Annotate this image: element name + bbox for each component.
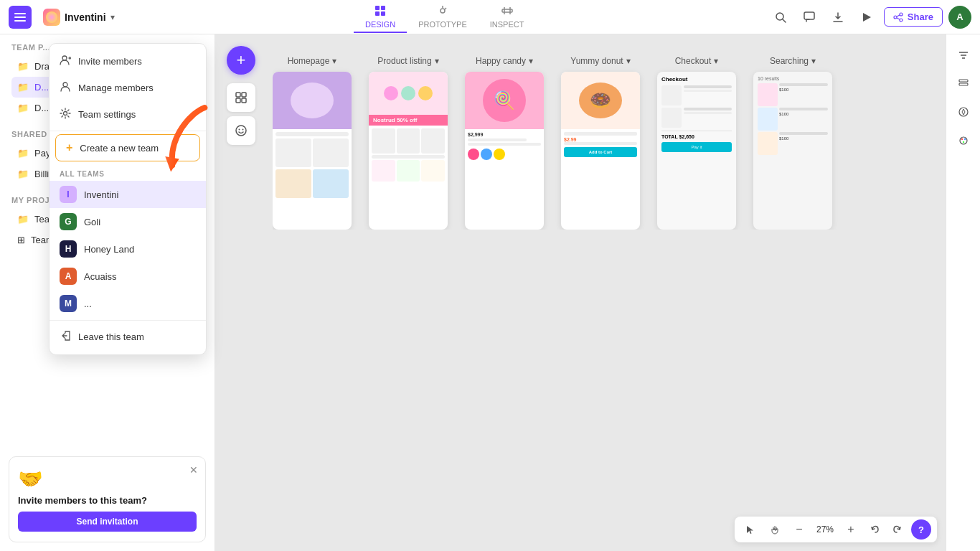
happy-candy-preview[interactable]: 🍭 $2,999 [465, 72, 544, 230]
all-teams-section-label: ALL TEAMS [50, 164, 206, 181]
product-listing-label[interactable]: Product listing ▾ [377, 56, 438, 66]
frame-yummy-donut: Yummy donut ▾ 🍩 $2.99 Add to Cart [561, 56, 640, 230]
dropdown-divider1 [50, 131, 206, 131]
homepage-preview[interactable] [273, 72, 352, 230]
happy-candy-label[interactable]: Happy candy ▾ [476, 56, 533, 66]
svg-rect-26 [236, 98, 240, 103]
invite-members-item[interactable]: Invite members [50, 48, 206, 75]
zoom-out-button[interactable]: − [789, 519, 809, 540]
undo-button[interactable] [865, 519, 885, 540]
hamburger-button[interactable] [9, 6, 32, 29]
search-button[interactable] [769, 6, 792, 29]
create-new-team-label: Create a new team [80, 143, 159, 154]
layers-panel-button[interactable] [952, 72, 975, 95]
checkout-label[interactable]: Checkout ▾ [675, 56, 719, 66]
searching-preview[interactable]: 10 results $100 $100 $100 [753, 72, 832, 230]
searching-label[interactable]: Searching ▾ [770, 56, 816, 66]
team-goli-item[interactable]: G Goli [50, 208, 206, 235]
svg-point-21 [900, 19, 903, 22]
svg-line-23 [897, 18, 900, 19]
canvas-tools [227, 83, 255, 145]
team-selector[interactable]: Inventini ▾ [37, 6, 121, 29]
acuaiss-avatar: A [60, 268, 77, 285]
prototype-icon [436, 4, 449, 19]
invite-banner-close-button[interactable]: ✕ [189, 464, 198, 476]
manage-members-icon [60, 81, 71, 95]
user-avatar[interactable]: A [948, 6, 971, 29]
folder-icon: 📁 [17, 61, 29, 72]
create-new-team-item[interactable]: + Create a new team [55, 134, 200, 161]
svg-rect-0 [14, 13, 26, 14]
svg-rect-24 [236, 93, 240, 97]
svg-point-30 [242, 129, 244, 131]
help-button[interactable]: ? [911, 519, 931, 540]
team-settings-icon [60, 108, 71, 121]
share-button[interactable]: Share [884, 7, 943, 27]
team-inventini-item[interactable]: I Inventini [50, 181, 206, 208]
d2-label: D... [34, 103, 49, 113]
svg-point-38 [961, 138, 962, 140]
palette-panel-button[interactable] [952, 129, 975, 152]
invite-banner-emoji: 🤝 [18, 467, 197, 491]
team-more-item[interactable]: M ... [50, 290, 206, 317]
tab-prototype-label: PROTOTYPE [418, 20, 467, 29]
manage-members-item[interactable]: Manage members [50, 75, 206, 101]
download-button[interactable] [826, 6, 849, 29]
user-initials: A [956, 11, 963, 22]
svg-rect-34 [959, 80, 968, 82]
invite-banner: ✕ 🤝 Invite members to this team? Send in… [9, 456, 206, 542]
zoom-in-button[interactable]: + [841, 519, 861, 540]
nav-tabs: DESIGN PROTOTYPE INSPECT [354, 1, 536, 33]
yummy-donut-label[interactable]: Yummy donut ▾ [570, 56, 630, 66]
assets-panel-button[interactable] [952, 100, 975, 123]
canvas: + Homepage ▾ [215, 34, 946, 551]
svg-point-39 [963, 138, 965, 140]
team-acuaiss-item[interactable]: A Acuaiss [50, 263, 206, 290]
svg-point-37 [960, 137, 967, 144]
svg-point-29 [239, 129, 240, 131]
team-honey-land-item[interactable]: H Honey Land [50, 235, 206, 263]
goli-label: Goli [84, 217, 100, 227]
tab-inspect[interactable]: INSPECT [479, 1, 536, 33]
tab-design[interactable]: DESIGN [354, 1, 407, 33]
team-account-grid-icon: ⊞ [17, 235, 25, 245]
frames-area: Homepage ▾ [273, 56, 931, 230]
more-teams-label: ... [84, 298, 92, 309]
send-invitation-button[interactable]: Send invitation [18, 512, 197, 532]
zoom-level-label: 27% [814, 524, 837, 534]
honey-land-label: Honey Land [84, 244, 134, 255]
svg-rect-11 [502, 9, 512, 12]
svg-point-44 [63, 83, 67, 87]
leave-team-icon [60, 330, 71, 344]
inventini-avatar: I [60, 186, 77, 203]
svg-point-19 [900, 13, 903, 16]
yummy-donut-preview[interactable]: 🍩 $2.99 Add to Cart [561, 72, 640, 230]
svg-rect-35 [959, 83, 968, 85]
svg-point-40 [962, 141, 963, 143]
tab-prototype[interactable]: PROTOTYPE [407, 1, 479, 33]
filter-panel-button[interactable] [952, 43, 975, 66]
frame-happy-candy: Happy candy ▾ 🍭 $2,999 [465, 56, 544, 230]
checkout-preview[interactable]: Checkout TOTAL $2,650 Pay it [657, 72, 736, 230]
inventini-label: Inventini [84, 189, 118, 200]
frame-homepage: Homepage ▾ [273, 56, 352, 230]
redo-button[interactable] [887, 519, 907, 540]
emoji-tool-button[interactable] [227, 116, 255, 145]
svg-point-20 [894, 16, 897, 19]
play-button[interactable] [855, 6, 878, 29]
invite-banner-title: Invite members to this team? [18, 495, 197, 506]
component-tool-button[interactable] [227, 83, 255, 112]
frame-checkout: Checkout ▾ Checkout [657, 56, 736, 230]
add-button[interactable]: + [227, 46, 255, 75]
manage-members-label: Manage members [78, 83, 154, 93]
topbar-left: Inventini ▾ [9, 6, 121, 29]
team-settings-item[interactable]: Team settings [50, 101, 206, 128]
team-avatar [43, 9, 60, 26]
comments-button[interactable] [798, 6, 821, 29]
dropdown-divider2 [50, 320, 206, 321]
leave-team-item[interactable]: Leave this team [50, 324, 206, 350]
product-listing-preview[interactable]: Nostrud 50% off [369, 72, 448, 230]
homepage-label[interactable]: Homepage ▾ [288, 56, 337, 66]
cursor-tool-button[interactable] [740, 519, 760, 540]
hand-tool-button[interactable] [765, 519, 785, 540]
